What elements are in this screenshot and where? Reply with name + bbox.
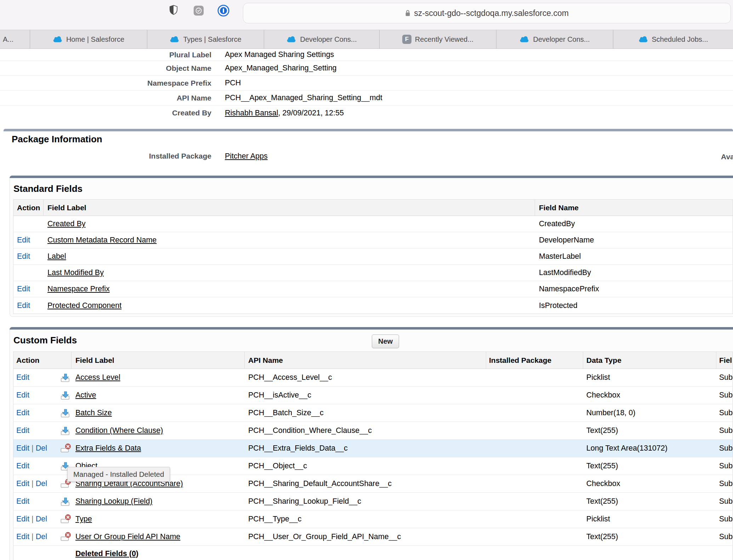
browser-tab[interactable]: A...	[0, 30, 30, 48]
address-bar[interactable]: sz-scout-gdo--sctgdoqa.my.salesforce.com	[243, 3, 731, 23]
onepassword-icon[interactable]	[217, 5, 229, 17]
tab-label: A...	[3, 35, 13, 44]
table-row: Edit Sharing Lookup (Field) PCH__Sharing…	[13, 493, 733, 510]
data-type: Text(255)	[583, 532, 716, 541]
custom-fields-table: Action Field Label API Name Installed Pa…	[13, 352, 733, 560]
standard-fields-table: Action Field Label Field Name Created By…	[13, 199, 733, 314]
del-link[interactable]: Del	[36, 532, 47, 541]
column-header-field-name: Field Name	[535, 200, 733, 216]
field-label-link[interactable]: Created By	[47, 219, 86, 228]
field-label-link[interactable]: Condition (Where Clause)	[75, 426, 163, 435]
browser-tab[interactable]: Home | Salesforce	[30, 30, 147, 48]
api-name: PCH__isActive__c	[248, 391, 486, 400]
edit-link[interactable]: Edit	[16, 479, 29, 488]
api-name: PCH__Sharing_Default_AccountShare__c	[248, 479, 486, 488]
installed-package-link[interactable]: Pitcher Apps	[225, 152, 268, 160]
managed-installed-deleted-icon	[61, 532, 71, 542]
custom-fields-section: Custom Fields New Action Field Label API…	[10, 327, 733, 560]
browser-tab[interactable]: Developer Cons...	[496, 30, 613, 48]
field-label-link[interactable]: Namespace Prefix	[47, 285, 110, 293]
field-manageability-cut: Sub	[716, 408, 733, 417]
data-type: Checkbox	[583, 391, 716, 400]
field-manageability-cut: Sub	[716, 444, 733, 453]
extension-check-icon[interactable]	[193, 5, 204, 16]
managed-installed-icon	[61, 391, 70, 400]
detail-label: Created By	[0, 109, 211, 117]
shield-icon[interactable]	[169, 5, 178, 15]
tab-label: Developer Cons...	[300, 35, 357, 44]
edit-link[interactable]: Edit	[17, 285, 30, 293]
deleted-fields-row: Deleted Fields (0)	[13, 546, 733, 560]
browser-tab[interactable]: Types | Salesforce	[147, 30, 264, 48]
browser-tab[interactable]: Scheduled Jobs...	[613, 30, 733, 48]
table-header: Action Field Label Field Name	[13, 200, 733, 216]
table-row: Edit Condition (Where Clause) PCH__Condi…	[13, 422, 733, 440]
edit-link[interactable]: Edit	[17, 301, 30, 310]
field-manageability-cut: Sub	[716, 515, 733, 524]
tab-label: Types | Salesforce	[183, 35, 241, 44]
field-label-link[interactable]: Extra Fields & Data	[75, 444, 141, 452]
api-name: PCH__User_Or_Group_Field_API_Name__c	[248, 532, 486, 541]
detail-label: API Name	[0, 94, 211, 102]
field-label-link[interactable]: Sharing Lookup (Field)	[75, 497, 153, 505]
del-link[interactable]: Del	[36, 479, 47, 488]
section-top-bar	[10, 176, 733, 178]
edit-link[interactable]: Edit	[16, 462, 29, 470]
salesforce-setup-page: Plural Label Apex Managed Sharing Settin…	[0, 49, 733, 560]
api-name: PCH__Access_Level__c	[248, 373, 486, 382]
field-label-link[interactable]: Type	[75, 515, 92, 523]
standard-fields-title: Standard Fields	[10, 178, 733, 194]
edit-link[interactable]: Edit	[16, 497, 29, 505]
field-manageability-cut: Sub	[716, 462, 733, 470]
field-label-link[interactable]: Access Level	[75, 373, 120, 382]
managed-installed-deleted-icon	[61, 514, 71, 524]
edit-link[interactable]: Edit	[16, 373, 29, 382]
field-manageability-cut: Sub	[716, 373, 733, 382]
column-header-action: Action	[13, 352, 72, 368]
browser-tab[interactable]: F Recently Viewed...	[380, 30, 496, 48]
data-type: Text(255)	[583, 462, 716, 470]
deleted-fields-link[interactable]: Deleted Fields (0)	[75, 549, 138, 558]
edit-link[interactable]: Edit	[17, 252, 30, 261]
new-field-button[interactable]: New	[372, 335, 399, 348]
field-label-link[interactable]: User Or Group Field API Name	[75, 532, 180, 541]
created-by-user-link[interactable]: Rishabh Bansal	[225, 109, 278, 117]
standard-fields-section: Standard Fields Action Field Label Field…	[10, 176, 733, 317]
browser-tab[interactable]: Developer Cons...	[264, 30, 380, 48]
field-label-link[interactable]: Protected Component	[47, 301, 121, 310]
section-divider	[4, 129, 733, 131]
del-link[interactable]: Del	[36, 444, 47, 452]
browser-toolbar: sz-scout-gdo--sctgdoqa.my.salesforce.com	[0, 0, 733, 30]
column-header-action: Action	[13, 200, 44, 216]
field-name: CreatedBy	[535, 219, 733, 228]
edit-link[interactable]: Edit	[16, 408, 29, 417]
table-header: Action Field Label API Name Installed Pa…	[13, 352, 733, 369]
field-name: LastModifiedBy	[535, 268, 733, 277]
edit-link[interactable]: Edit	[16, 515, 29, 523]
field-manageability-cut: Sub	[716, 497, 733, 506]
detail-value: Apex_Managed_Sharing_Setting	[225, 64, 337, 73]
field-label-link[interactable]: Active	[75, 391, 96, 399]
f-badge-icon: F	[402, 35, 411, 44]
edit-link[interactable]: Edit	[16, 426, 29, 435]
managed-installed-icon	[61, 497, 70, 506]
browser-tab-bar: A... Home | Salesforce Types | Salesforc…	[0, 30, 733, 49]
table-row: Created By CreatedBy	[13, 216, 733, 232]
del-link[interactable]: Del	[36, 515, 47, 523]
edit-link[interactable]: Edit	[16, 391, 29, 399]
table-row: Edit Access Level PCH__Access_Level__c P…	[13, 369, 733, 387]
detail-row: Object Name Apex_Managed_Sharing_Setting	[0, 61, 733, 76]
object-detail: Plural Label Apex Managed Sharing Settin…	[0, 49, 733, 120]
field-label-link[interactable]: Custom Metadata Record Name	[47, 236, 157, 244]
detail-label: Object Name	[0, 64, 211, 73]
detail-row: API Name PCH__Apex_Managed_Sharing_Setti…	[0, 91, 733, 105]
custom-fields-title: Custom Fields	[10, 330, 733, 346]
field-label-link[interactable]: Batch Size	[75, 408, 112, 417]
field-label-link[interactable]: Label	[47, 252, 66, 261]
edit-link[interactable]: Edit	[16, 532, 29, 541]
column-header-api-name: API Name	[245, 352, 486, 368]
api-name: PCH__Object__c	[248, 462, 486, 470]
field-label-link[interactable]: Last Modified By	[47, 268, 104, 277]
edit-link[interactable]: Edit	[16, 444, 29, 452]
edit-link[interactable]: Edit	[17, 236, 30, 244]
